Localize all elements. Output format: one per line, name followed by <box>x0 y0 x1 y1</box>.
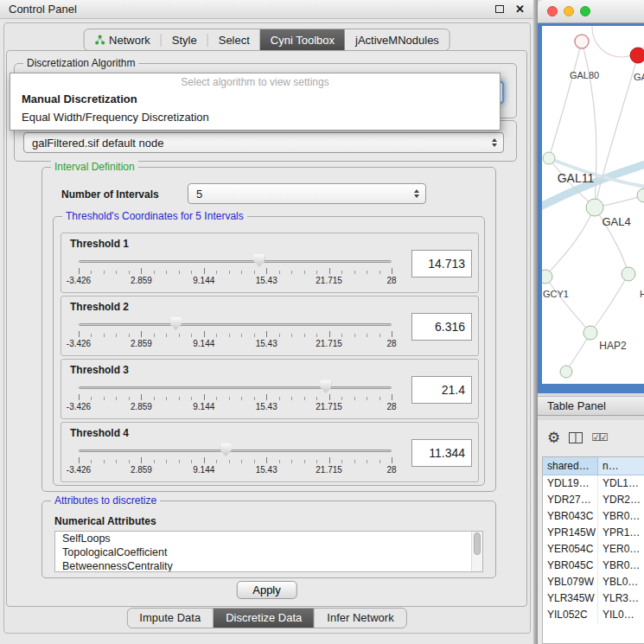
slider-track[interactable] <box>79 450 392 452</box>
node-label: GAL4 <box>602 215 630 228</box>
tab-label: jActiveMNodules <box>355 34 439 47</box>
zoom-traffic-light[interactable] <box>580 6 590 16</box>
table-row[interactable]: YIL052C YIL0… <box>543 607 644 623</box>
cell-shared-name: YIL052C <box>543 607 598 623</box>
table-row[interactable]: YDL19… YDL1… <box>543 475 644 492</box>
tab-label: Impute Data <box>139 611 201 624</box>
node-table: shared… n… YDL19… YDL1… YDR27… YDR2… YBR… <box>542 456 644 644</box>
cell-shared-name: YBR045C <box>543 558 598 574</box>
tab-infer-network[interactable]: Infer Network <box>315 609 405 628</box>
table-data-combobox[interactable]: galFiltered.sif default node <box>23 132 504 153</box>
network-node[interactable] <box>637 188 644 202</box>
tab-style[interactable]: Style <box>162 29 207 50</box>
threshold-panel-3: Threshold 3 21.4 -3.426 2.859 9.144 15.4… <box>61 359 479 419</box>
close-icon[interactable]: ✕ <box>515 3 525 15</box>
table-row[interactable]: YBR045C YBR0… <box>543 558 644 574</box>
table-row[interactable]: YER054C YER0… <box>543 541 644 558</box>
tab-network[interactable]: Network <box>84 29 161 50</box>
network-node[interactable] <box>622 267 635 281</box>
table-row[interactable]: YLR345W YLR3… <box>543 590 644 607</box>
top-tab-bar: Network Style Select Cyni Toolbox jActiv… <box>83 29 450 51</box>
tick-label: 9.144 <box>193 465 214 475</box>
tab-label: Discretize Data <box>226 611 302 624</box>
network-node[interactable] <box>542 270 552 284</box>
node-label-partial: GA <box>634 72 644 82</box>
columns-icon[interactable] <box>569 432 583 443</box>
table-row[interactable]: YBL079W YBL0… <box>543 574 644 590</box>
tab-discretize-data[interactable]: Discretize Data <box>214 609 314 628</box>
tick-label: 28 <box>386 339 396 348</box>
network-node[interactable] <box>583 326 597 340</box>
slider-thumb[interactable] <box>320 380 331 393</box>
close-traffic-light[interactable] <box>547 6 558 16</box>
apply-button[interactable]: Apply <box>236 581 297 599</box>
network-node[interactable] <box>575 35 589 48</box>
threshold-value-field[interactable]: 6.316 <box>411 313 472 341</box>
slider-ticks <box>79 457 392 463</box>
minimize-traffic-light[interactable] <box>564 6 574 16</box>
slider-track[interactable] <box>79 260 392 263</box>
threshold-value-field[interactable]: 14.713 <box>411 250 472 277</box>
list-item[interactable]: BetweennessCentrality <box>55 559 482 572</box>
interval-definition-group: Interval Definition Number of Intervals … <box>41 167 496 492</box>
tab-cyni-toolbox[interactable]: Cyni Toolbox <box>260 29 345 50</box>
table-row[interactable]: YBR043C YBR0… <box>543 508 644 525</box>
network-node[interactable] <box>586 199 603 216</box>
threshold-value-field[interactable]: 21.4 <box>411 376 472 404</box>
table-row[interactable]: YDR27… YDR2… <box>543 492 644 508</box>
threshold-panel-2: Threshold 2 6.316 -3.426 2.859 9.144 15.… <box>61 296 479 356</box>
threshold-value-field[interactable]: 11.344 <box>411 439 472 467</box>
control-panel-titlebar: Control Panel ✕ <box>0 0 533 19</box>
slider-ticks <box>79 394 392 400</box>
select-all-checkbox-icon[interactable]: ☑☑ <box>591 431 607 443</box>
cell-name: YBR0… <box>598 508 644 525</box>
column-header-shared-name[interactable]: shared… <box>543 457 598 475</box>
tick-label: 9.144 <box>193 276 214 285</box>
column-header-name[interactable]: n… <box>598 457 644 475</box>
tick-label: 21.715 <box>316 339 342 348</box>
slider-track[interactable] <box>79 386 392 389</box>
table-panel-title: Table Panel <box>547 399 606 412</box>
threshold-slider[interactable]: -3.426 2.859 9.144 15.43 21.715 28 <box>79 316 392 352</box>
tab-impute-data[interactable]: Impute Data <box>127 609 213 628</box>
scrollbar-thumb[interactable] <box>474 532 481 555</box>
list-item[interactable]: SelfLoops <box>55 532 482 545</box>
list-item[interactable]: TopologicalCoefficient <box>55 545 482 559</box>
slider-thumb[interactable] <box>220 443 232 456</box>
network-node-highlighted[interactable] <box>630 48 644 63</box>
float-icon[interactable] <box>495 5 504 13</box>
slider-track[interactable] <box>79 323 392 326</box>
tick-label: -3.426 <box>67 465 91 475</box>
network-node[interactable] <box>543 152 555 164</box>
network-canvas[interactable]: GAL80 GA GAL11 GAL4 GCY1 H HAP2 <box>542 26 644 384</box>
tab-label: Cyni Toolbox <box>271 34 335 47</box>
list-scrollbar[interactable] <box>471 532 482 571</box>
threshold-slider[interactable]: -3.426 2.859 9.144 15.43 21.715 28 <box>79 252 392 289</box>
cell-shared-name: YBL079W <box>543 574 598 590</box>
tick-label: 2.859 <box>131 276 152 285</box>
checkbox-icon: ☑ <box>591 431 599 443</box>
dropdown-option-equal-width[interactable]: Equal Width/Frequency Discretization <box>10 108 500 126</box>
tick-label: 9.144 <box>193 339 214 348</box>
num-intervals-combobox[interactable]: 5 <box>188 183 426 204</box>
node-label: HAP2 <box>599 340 627 352</box>
numerical-attributes-label: Numerical Attributes <box>54 515 156 527</box>
network-tab-icon <box>94 35 105 45</box>
tick-label: 2.859 <box>131 339 152 348</box>
tab-jactivemnodules[interactable]: jActiveMNodules <box>345 29 450 50</box>
threshold-slider[interactable]: -3.426 2.859 9.144 15.43 21.715 28 <box>79 379 392 415</box>
network-node[interactable] <box>560 366 572 378</box>
table-panel-window: ⚙ ☑☑ shared… n… YDL19… YDL1… YDR27… YDR2… <box>538 420 644 644</box>
tab-select[interactable]: Select <box>208 29 260 50</box>
slider-thumb[interactable] <box>253 254 265 267</box>
threshold-slider[interactable]: -3.426 2.859 9.144 15.43 21.715 28 <box>79 442 392 478</box>
threshold-label: Threshold 1 <box>70 238 129 250</box>
cell-name: YDL1… <box>598 475 644 492</box>
tick-label: 2.859 <box>131 465 152 475</box>
dropdown-option-manual[interactable]: Manual Discretization <box>10 90 500 108</box>
slider-thumb[interactable] <box>170 317 182 330</box>
gear-icon[interactable]: ⚙ <box>547 430 560 445</box>
table-row[interactable]: YPR145W YPR1… <box>543 525 644 541</box>
threshold-label: Threshold 3 <box>70 364 129 376</box>
attributes-list: SelfLoops TopologicalCoefficient Between… <box>54 531 483 572</box>
